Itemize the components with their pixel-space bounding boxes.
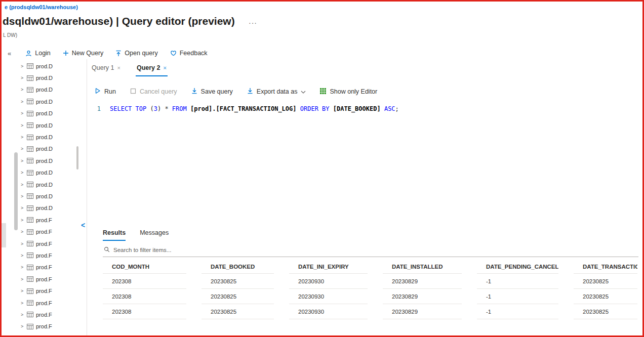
table-icon [27, 182, 33, 187]
table-name: prod.D [36, 110, 53, 116]
chevron-right-icon[interactable]: > [21, 218, 24, 223]
sql-token: [DATE_BOOKED] [333, 105, 384, 112]
table-name: prod.F [36, 300, 52, 306]
export-data-button[interactable]: Export data as [247, 88, 306, 96]
filter-search [103, 244, 638, 257]
chevron-right-icon[interactable]: > [21, 99, 24, 104]
close-tab-icon[interactable]: × [117, 65, 120, 71]
tree-item-table[interactable]: >prod.F [21, 238, 84, 249]
column-header[interactable]: DATE_INI_EXPIRY [289, 261, 368, 274]
chevron-right-icon[interactable]: > [21, 87, 24, 92]
table-cell: 20230825 [574, 274, 637, 289]
feedback-button[interactable]: Feedback [170, 50, 208, 57]
chevron-right-icon[interactable]: > [21, 241, 24, 246]
breadcrumb-link[interactable]: e (prodsqldw01/warehouse) [5, 4, 78, 10]
sql-code-line: SELECT TOP (3) * FROM [prod].[FACT_TRANS… [110, 105, 399, 112]
tree-item-table[interactable]: >prod.D [21, 155, 84, 166]
tree-item-table[interactable]: >prod.D [21, 131, 84, 143]
chevron-right-icon[interactable]: > [21, 123, 24, 128]
table-name: prod.F [36, 264, 52, 270]
chevron-right-icon[interactable]: > [21, 265, 24, 270]
table-name: prod.F [36, 323, 52, 329]
tree-item-table[interactable]: >prod.D [21, 96, 84, 107]
tree-item-table[interactable]: >prod.D [21, 167, 84, 179]
tree-item-table[interactable]: >prod.F [21, 321, 84, 332]
show-only-editor-button[interactable]: Show only Editor [320, 88, 377, 96]
sql-editor[interactable]: 1 SELECT TOP (3) * FROM [prod].[FACT_TRA… [91, 105, 639, 219]
results-tabs: Results Messages [103, 229, 169, 241]
tree-item-table[interactable]: >prod.D [21, 108, 84, 119]
chevron-right-icon[interactable]: > [21, 324, 24, 329]
chevron-right-icon[interactable]: > [21, 75, 24, 80]
more-options-icon[interactable]: ··· [249, 19, 257, 27]
close-tab-icon[interactable]: × [163, 65, 166, 71]
chevron-right-icon[interactable]: > [21, 253, 24, 258]
chevron-right-icon[interactable]: > [21, 158, 24, 163]
tree-item-table[interactable]: >prod.D [21, 179, 84, 190]
tree-item-table[interactable]: >prod.F [21, 297, 84, 309]
tree-item-table[interactable]: >prod.D [21, 119, 84, 131]
sql-token: ; [395, 105, 399, 112]
tab-query-1[interactable]: Query 1 × [91, 62, 122, 76]
new-query-button[interactable]: New Query [63, 50, 104, 57]
tree-scrollbar[interactable] [76, 146, 78, 170]
column-header[interactable]: DATE_TRANSACTION [574, 261, 637, 274]
table-cell: 20230825 [574, 289, 637, 304]
tree-item-table[interactable]: >prod.F [21, 226, 84, 237]
save-query-button[interactable]: Save query [191, 88, 233, 96]
column-header[interactable]: COD_MONTH [103, 261, 186, 274]
search-input[interactable] [113, 247, 637, 253]
open-query-button[interactable]: Open query [115, 50, 157, 57]
sql-token: ( [150, 105, 153, 112]
tables-tree: >prod.D>prod.D>prod.D>prod.D>prod.D>prod… [21, 60, 84, 337]
table-icon [27, 312, 33, 317]
tree-item-table[interactable]: >prod.D [21, 190, 84, 202]
chevron-right-icon[interactable]: > [21, 194, 24, 199]
chevron-right-icon[interactable]: > [21, 301, 24, 306]
tree-item-table[interactable]: >prod.D [21, 202, 84, 214]
chevron-right-icon[interactable]: > [21, 205, 24, 210]
table-name: prod.D [36, 182, 53, 188]
table-cell: 20230930 [289, 289, 368, 304]
sql-token: * [165, 105, 172, 112]
chevron-down-icon [301, 88, 306, 95]
sql-token: ASC [384, 105, 395, 112]
tab-results[interactable]: Results [103, 229, 126, 241]
tab-query-2-label: Query 2 [137, 64, 160, 71]
grid-icon [320, 88, 326, 96]
tree-item-table[interactable]: >prod.F [21, 309, 84, 320]
chevron-right-icon[interactable]: > [21, 170, 24, 175]
tree-item-table[interactable]: >prod.D [21, 60, 84, 72]
tree-item-table[interactable]: >prod.D [21, 143, 84, 155]
chevron-right-icon[interactable]: > [21, 277, 24, 282]
tree-item-table[interactable]: >prod.F [21, 214, 84, 226]
tree-item-table[interactable]: >prod.F [21, 249, 84, 261]
left-scrollbar[interactable] [14, 152, 18, 230]
tab-query-2[interactable]: Query 2 × [136, 62, 168, 76]
column-header[interactable]: DATE_BOOKED [202, 261, 274, 274]
column-header[interactable]: DATE_INSTALLED [383, 261, 462, 274]
collapse-blade-icon[interactable]: « [8, 50, 11, 57]
tree-item-table[interactable]: >prod.F [21, 262, 84, 273]
tree-item-table[interactable]: >prod.D [21, 84, 84, 96]
collapse-results-icon[interactable]: < [81, 221, 85, 229]
chevron-right-icon[interactable]: > [21, 111, 24, 116]
chevron-right-icon[interactable]: > [21, 146, 24, 151]
chevron-right-icon[interactable]: > [21, 64, 24, 69]
tree-item-table[interactable]: >prod.F [21, 332, 84, 337]
chevron-right-icon[interactable]: > [21, 312, 24, 317]
column-header[interactable]: DATE_PENDING_CANCELATIO... [477, 261, 558, 274]
run-button[interactable]: Run [95, 88, 116, 96]
chevron-right-icon[interactable]: > [21, 288, 24, 293]
tree-item-table[interactable]: >prod.F [21, 285, 84, 297]
chevron-right-icon[interactable]: > [21, 229, 24, 234]
tab-messages[interactable]: Messages [140, 229, 169, 241]
chevron-right-icon[interactable]: > [21, 182, 24, 187]
tree-item-table[interactable]: >prod.F [21, 273, 84, 285]
login-button[interactable]: Login [25, 50, 51, 57]
cancel-query-button[interactable]: Cancel query [130, 88, 177, 96]
tree-item-table[interactable]: >prod.D [21, 72, 84, 83]
table-name: prod.D [36, 75, 53, 81]
chevron-right-icon[interactable]: > [21, 135, 24, 140]
sql-token: ORDER BY [300, 105, 333, 112]
